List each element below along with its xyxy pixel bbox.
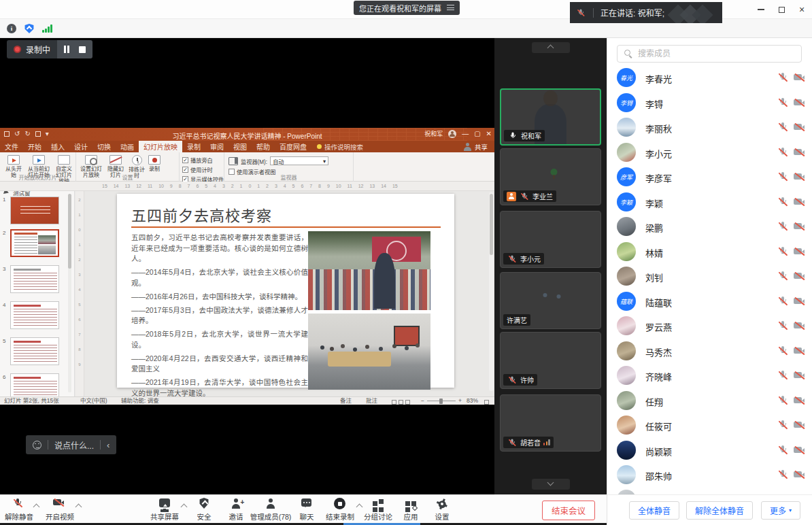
end-meeting-button[interactable]: 结束会议 [542, 501, 595, 520]
ribbon-record-button[interactable]: 录制 [147, 154, 162, 173]
fit-to-window-icon[interactable] [484, 399, 491, 406]
mic-muted-icon[interactable] [777, 72, 788, 83]
slide-thumbnail-1[interactable] [10, 197, 59, 224]
camera-off-icon[interactable] [794, 247, 806, 256]
camera-off-icon[interactable] [794, 148, 806, 157]
toolbar-chat[interactable]: 聊天 [288, 497, 326, 524]
mic-muted-icon[interactable] [777, 320, 788, 331]
video-tile[interactable]: 许帅 [500, 332, 601, 389]
mic-muted-icon[interactable] [777, 395, 788, 406]
camera-off-icon[interactable] [794, 271, 806, 281]
mic-muted-icon[interactable] [777, 370, 788, 381]
camera-off-icon[interactable] [794, 396, 806, 405]
view-switcher-icons[interactable] [392, 399, 412, 406]
checkbox-play-narration[interactable]: ✓播放旁白 [182, 156, 224, 164]
camera-off-icon[interactable] [794, 122, 806, 132]
member-row[interactable]: 齐晓峰 [607, 363, 812, 388]
thumbnail-scrollbar[interactable] [68, 194, 71, 392]
ppt-close-icon[interactable]: ✕ [486, 130, 492, 138]
member-row[interactable] [607, 487, 812, 494]
mic-muted-icon[interactable] [777, 296, 788, 307]
network-signal-icon[interactable] [42, 24, 53, 33]
unmute-all-button[interactable]: 解除全体静音 [686, 501, 753, 520]
camera-off-icon[interactable] [794, 445, 806, 455]
camera-off-icon[interactable] [794, 321, 806, 331]
mic-muted-icon[interactable] [777, 469, 788, 480]
member-row[interactable]: 任筱可 [607, 413, 812, 437]
slide-thumbnail-4[interactable] [10, 301, 59, 329]
member-row[interactable]: 刘钊 [607, 264, 812, 288]
member-row[interactable]: 林婧 [607, 239, 812, 264]
mute-all-button[interactable]: 全体静音 [629, 501, 679, 520]
ppt-tab-animations[interactable]: 动画 [116, 141, 139, 152]
video-tile[interactable]: 李小元 [500, 211, 601, 268]
camera-off-icon[interactable] [794, 420, 806, 430]
zoom-out-button[interactable]: − [421, 397, 424, 405]
ppt-tab-insert[interactable]: 插入 [46, 141, 69, 152]
camera-off-icon[interactable] [794, 470, 806, 479]
strip-expand-button[interactable] [532, 479, 570, 490]
protection-shield-icon[interactable] [24, 24, 34, 33]
camera-off-icon[interactable] [794, 222, 806, 231]
member-row[interactable]: 蕴联陆蕴联 [607, 289, 812, 314]
video-options-caret[interactable] [76, 503, 82, 509]
video-tile[interactable]: 许满艺 [500, 272, 601, 329]
camera-off-icon[interactable] [794, 297, 806, 306]
camera-off-icon[interactable] [794, 346, 806, 356]
banner-menu-icon[interactable] [447, 5, 454, 11]
pause-recording-button[interactable] [64, 46, 69, 53]
member-row[interactable]: 马秀杰 [607, 339, 812, 363]
collapse-left-icon[interactable]: ‹ [107, 440, 109, 450]
slide-thumbnail-2-selected[interactable] [10, 229, 59, 257]
mic-muted-icon[interactable] [777, 345, 788, 356]
ppt-tab-slideshow[interactable]: 幻灯片放映 [139, 141, 182, 152]
mic-muted-icon[interactable] [777, 246, 788, 257]
mic-muted-icon[interactable] [777, 221, 788, 232]
zoom-level[interactable]: 83% [467, 397, 478, 405]
ppt-tab-view[interactable]: 视图 [229, 141, 252, 152]
mic-muted-icon[interactable] [777, 171, 788, 182]
member-row[interactable]: 梁鹏 [607, 214, 812, 239]
slide-thumbnail-3[interactable] [10, 265, 59, 293]
mic-muted-icon[interactable] [777, 97, 788, 108]
stop-recording-button[interactable] [79, 46, 86, 53]
video-tile[interactable]: 胡若音 [500, 394, 601, 452]
mic-muted-icon[interactable] [777, 420, 788, 430]
member-row[interactable]: 罗云燕 [607, 314, 812, 338]
danmaku-input[interactable]: 说点什么... ‹ [26, 435, 116, 454]
member-row[interactable]: 李小元 [607, 140, 812, 165]
toolbar-settings[interactable]: 设置 [423, 497, 461, 524]
mic-muted-icon[interactable] [777, 122, 788, 133]
info-icon[interactable]: i [7, 24, 16, 33]
comments-toggle[interactable]: 批注 [366, 397, 377, 405]
tell-me-search[interactable]: 操作说明搜索 [311, 141, 369, 152]
minimize-button[interactable] [751, 0, 771, 19]
danmaku-placeholder[interactable]: 说点什么... [54, 439, 94, 451]
toolbar-stop-recording[interactable]: 结束录制 [321, 497, 359, 524]
mic-muted-icon[interactable] [777, 445, 788, 456]
search-box[interactable] [617, 45, 802, 63]
close-button[interactable]: × [792, 0, 812, 19]
member-row[interactable]: 尚颖颖 [607, 438, 812, 462]
monitor-select[interactable]: 自动▾ [270, 156, 328, 165]
toolbar-share-screen[interactable]: 共享屏幕 [146, 497, 184, 524]
ppt-tab-home[interactable]: 开始 [23, 141, 46, 152]
language-indicator[interactable]: 中文(中国) [80, 397, 107, 405]
member-row[interactable]: 李丽秋 [607, 115, 812, 139]
toolbar-unmute[interactable]: 解除静音 [0, 497, 38, 524]
slide-canvas[interactable]: 五四前夕去高校考察 五四前夕，习近平总书记去高校考察并发表重要讲话，近年来已经成… [117, 194, 454, 388]
video-tile-speaker[interactable]: 祝和军 [500, 88, 601, 146]
maximize-button[interactable] [771, 0, 792, 19]
camera-off-icon[interactable] [794, 98, 806, 107]
zoom-in-button[interactable]: + [458, 397, 462, 405]
member-row[interactable]: 邵朱帅 [607, 462, 812, 487]
mic-muted-icon[interactable] [777, 147, 788, 158]
accessibility-status[interactable]: 辅助功能: 调查 [121, 397, 159, 405]
mic-muted-icon[interactable] [777, 271, 788, 282]
ppt-tab-help[interactable]: 帮助 [252, 141, 275, 152]
ppt-tab-file[interactable]: 文件 [0, 141, 23, 152]
member-row[interactable]: 李颖李颖 [607, 190, 812, 214]
ppt-minimize-icon[interactable]: — [462, 130, 469, 138]
slide-thumbnail-5[interactable] [10, 337, 59, 365]
camera-off-icon[interactable] [794, 172, 806, 182]
